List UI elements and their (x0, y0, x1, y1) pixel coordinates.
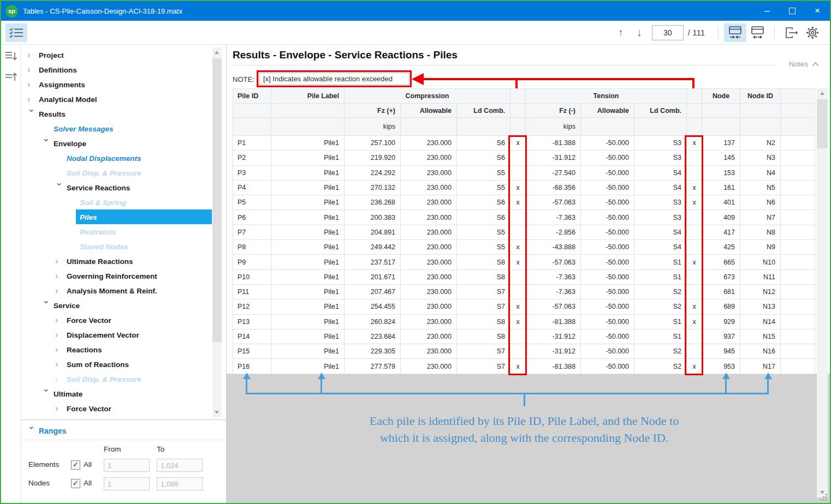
tree-item[interactable]: Soil & Spring (21, 195, 226, 209)
tree-item[interactable]: Ultimate (21, 386, 226, 401)
cell-tension-ld-comb: S2 (634, 344, 687, 359)
nodes-all-checkbox[interactable]: ✓ (71, 479, 80, 488)
tree-item[interactable]: Definitions (21, 62, 226, 77)
scroll-down-icon[interactable] (215, 411, 219, 414)
header-allowable-compression[interactable]: Allowable (401, 104, 457, 118)
tree-item[interactable]: Nodal Displacements (21, 151, 226, 165)
cell-node: 937 (702, 329, 740, 344)
header-group-tension[interactable]: Tension (526, 89, 687, 104)
tree-item[interactable]: Force Vector (21, 401, 226, 416)
nodes-range-row: Nodes ✓ All (21, 477, 226, 491)
table-of-contents-button[interactable] (5, 23, 27, 42)
header-allowable-tension[interactable]: Allowable (581, 104, 634, 118)
elements-all-checkbox[interactable]: ✓ (71, 460, 80, 470)
notes-collapse-toggle[interactable]: Notes (789, 60, 819, 68)
cell-node: 673 (702, 270, 740, 285)
tree-item[interactable]: Assignments (21, 77, 226, 92)
tree-item[interactable]: Service Reactions (21, 180, 226, 195)
header-ld-comb-tension[interactable]: Ld Comb. (634, 104, 687, 118)
tree-item[interactable]: Ultimate Reactions (21, 254, 226, 268)
subheader-blank (233, 104, 271, 118)
tree-item[interactable]: Analytical Model (21, 92, 226, 106)
tree-item[interactable]: Slaved Nodes (21, 239, 226, 254)
tree-chevron-icon[interactable] (25, 109, 39, 121)
header-fz-plus[interactable]: Fz (+) (345, 104, 401, 118)
tree-chevron-icon[interactable] (55, 254, 67, 268)
cell-pile-label: Pile1 (271, 344, 345, 359)
sidebar-scrollbar[interactable] (212, 47, 222, 417)
cell-pile-label: Pile1 (271, 285, 345, 299)
scrollbar-thumb[interactable] (212, 58, 222, 342)
tree-chevron-icon[interactable] (27, 47, 39, 62)
elements-from-input[interactable] (104, 459, 150, 472)
header-fz-minus[interactable]: Fz (-) (526, 104, 581, 118)
tree-item-label: Slaved Nodes (80, 243, 128, 251)
maximize-button[interactable] (780, 1, 805, 21)
previous-table-button[interactable]: ↑ (612, 26, 630, 39)
next-table-button[interactable]: ↓ (630, 26, 649, 39)
tree-item[interactable]: Governing Reinforcement (21, 268, 226, 283)
tree-item[interactable]: Soil Disp. & Pressure (21, 371, 226, 386)
tree-chevron-icon[interactable] (55, 342, 67, 357)
fit-columns-button[interactable] (724, 23, 746, 42)
tree-chevron-icon[interactable] (27, 62, 39, 77)
header-group-compression[interactable]: Compression (345, 89, 511, 104)
cell-compression-fz: 260.824 (345, 315, 401, 329)
tree-chevron-icon[interactable] (55, 327, 67, 342)
nodes-from-input[interactable] (104, 477, 150, 490)
settings-button[interactable] (802, 23, 823, 42)
tree-item[interactable]: Piles (21, 209, 226, 224)
tree-chevron-icon[interactable] (55, 268, 67, 283)
nodes-to-input[interactable] (157, 477, 203, 490)
tree-item[interactable]: Results (21, 106, 226, 121)
tree-chevron-icon[interactable] (55, 357, 67, 371)
tree-chevron-icon[interactable] (27, 92, 39, 106)
blue-annotation-stem (767, 379, 769, 393)
unit-blank (457, 118, 511, 136)
scrollbar-thumb[interactable] (817, 99, 828, 148)
table-count-label: / 111 (688, 28, 705, 37)
export-button[interactable] (780, 23, 802, 42)
scroll-up-icon[interactable] (215, 51, 219, 54)
header-node[interactable]: Node (702, 89, 740, 104)
tree-chevron-icon[interactable] (52, 183, 67, 194)
tree-item[interactable]: Envelope (21, 136, 226, 151)
tree-item[interactable]: Restraints (21, 224, 226, 239)
tree-item[interactable]: Sum of Reactions (21, 357, 226, 371)
tree-chevron-icon[interactable] (39, 389, 54, 400)
tree-item[interactable]: Solver Messages (21, 121, 226, 136)
tree-chevron-icon[interactable] (55, 313, 67, 327)
tree-item-label: Soil Disp. & Pressure (67, 169, 141, 177)
header-node-id[interactable]: Node ID (740, 89, 781, 104)
tree-item[interactable]: Force Vector (21, 313, 226, 327)
ranges-header[interactable]: Ranges (27, 425, 67, 437)
collapse-all-button[interactable] (5, 71, 17, 83)
minimize-button[interactable]: – (755, 1, 780, 21)
header-pile-label[interactable]: Pile Label (271, 89, 345, 104)
resize-grip[interactable] (820, 493, 827, 501)
expand-columns-button[interactable] (746, 23, 769, 42)
cell-pile-id: P1 (233, 136, 271, 151)
tree-chevron-icon[interactable] (55, 401, 67, 416)
tree-item[interactable]: Service (21, 298, 226, 313)
table-number-input[interactable] (652, 25, 684, 40)
tree-item[interactable]: Displacement Vector (21, 327, 226, 342)
blue-annotation-stem (320, 379, 322, 393)
header-pile-id[interactable]: Pile ID (233, 89, 271, 104)
scroll-up-icon[interactable] (820, 92, 824, 95)
tree-chevron-icon[interactable] (39, 139, 54, 150)
tree-chevron-icon[interactable] (27, 77, 39, 92)
tree-item[interactable]: Project (21, 47, 226, 62)
elements-to-input[interactable] (157, 459, 203, 472)
tree-chevron-icon[interactable] (55, 283, 67, 298)
close-button[interactable]: × (805, 1, 830, 21)
tree-chevron-icon[interactable] (55, 371, 67, 386)
tree-item[interactable]: Analysis Moment & Reinf. (21, 283, 226, 298)
tree-chevron-icon[interactable] (39, 301, 54, 312)
table-scrollbar[interactable] (817, 88, 828, 497)
tree-item[interactable]: Soil Disp. & Pressure (21, 165, 226, 180)
tree-item[interactable]: Reactions (21, 342, 226, 357)
header-ld-comb-compression[interactable]: Ld Comb. (457, 104, 511, 118)
expand-all-button[interactable] (5, 50, 17, 62)
cell-compression-fz: 270.132 (345, 181, 401, 195)
